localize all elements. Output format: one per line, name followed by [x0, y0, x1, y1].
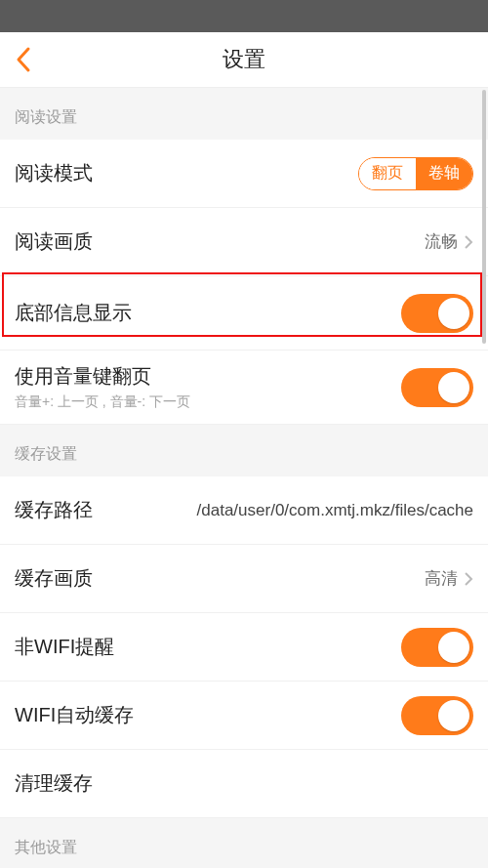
toggle-knob: [438, 372, 469, 403]
cache-quality-label: 缓存画质: [15, 565, 93, 592]
status-bar: [0, 0, 488, 32]
wifi-auto-label: WIFI自动缓存: [15, 702, 134, 728]
chevron-right-icon: [464, 571, 473, 587]
row-wifi-auto-cache: WIFI自动缓存: [0, 682, 488, 750]
row-volume-page: 使用音量键翻页 音量+: 上一页 , 音量-: 下一页: [0, 351, 488, 425]
section-header-reading: 阅读设置: [0, 88, 488, 140]
toggle-knob: [438, 298, 469, 329]
row-nonwifi-alert: 非WIFI提醒: [0, 613, 488, 682]
scrollbar-thumb[interactable]: [482, 90, 486, 344]
back-icon: [15, 46, 32, 73]
cache-quality-value: 高清: [425, 567, 458, 590]
cache-path-label: 缓存路径: [15, 497, 93, 523]
volume-page-toggle[interactable]: [401, 368, 473, 407]
row-cache-path[interactable]: 缓存路径 /data/user/0/com.xmtj.mkz/files/cac…: [0, 476, 488, 545]
bottom-info-toggle[interactable]: [401, 294, 473, 333]
reading-quality-value: 流畅: [425, 230, 458, 253]
reading-mode-scroll-button[interactable]: 卷轴: [416, 158, 472, 189]
section-header-cache: 缓存设置: [0, 425, 488, 476]
nonwifi-toggle[interactable]: [401, 628, 473, 667]
row-reading-quality[interactable]: 阅读画质 流畅: [0, 208, 488, 276]
nonwifi-label: 非WIFI提醒: [15, 634, 114, 660]
chevron-right-icon: [464, 234, 473, 250]
reading-mode-page-button[interactable]: 翻页: [359, 158, 416, 189]
volume-page-sub: 音量+: 上一页 , 音量-: 下一页: [15, 393, 401, 411]
bottom-info-label: 底部信息显示: [15, 300, 132, 326]
volume-page-label: 使用音量键翻页: [15, 363, 401, 390]
wifi-auto-toggle[interactable]: [401, 696, 473, 735]
header: 设置: [0, 32, 488, 88]
row-clear-cache[interactable]: 清理缓存: [0, 750, 488, 818]
reading-mode-segmented: 翻页 卷轴: [358, 157, 473, 190]
row-bottom-info: 底部信息显示: [0, 276, 488, 351]
toggle-knob: [438, 700, 469, 731]
toggle-knob: [438, 632, 469, 663]
row-cache-quality[interactable]: 缓存画质 高清: [0, 545, 488, 613]
back-button[interactable]: [10, 46, 37, 73]
section-header-other: 其他设置: [0, 818, 488, 868]
reading-mode-label: 阅读模式: [15, 160, 93, 186]
reading-quality-label: 阅读画质: [15, 228, 93, 255]
row-reading-mode: 阅读模式 翻页 卷轴: [0, 140, 488, 208]
page-title: 设置: [223, 45, 265, 74]
cache-path-value: /data/user/0/com.xmtj.mkz/files/cache: [112, 501, 473, 520]
settings-scroll[interactable]: 阅读设置 阅读模式 翻页 卷轴 阅读画质 流畅 底部信息显示 使用音量键翻页 音…: [0, 88, 488, 868]
clear-cache-label: 清理缓存: [15, 770, 93, 797]
